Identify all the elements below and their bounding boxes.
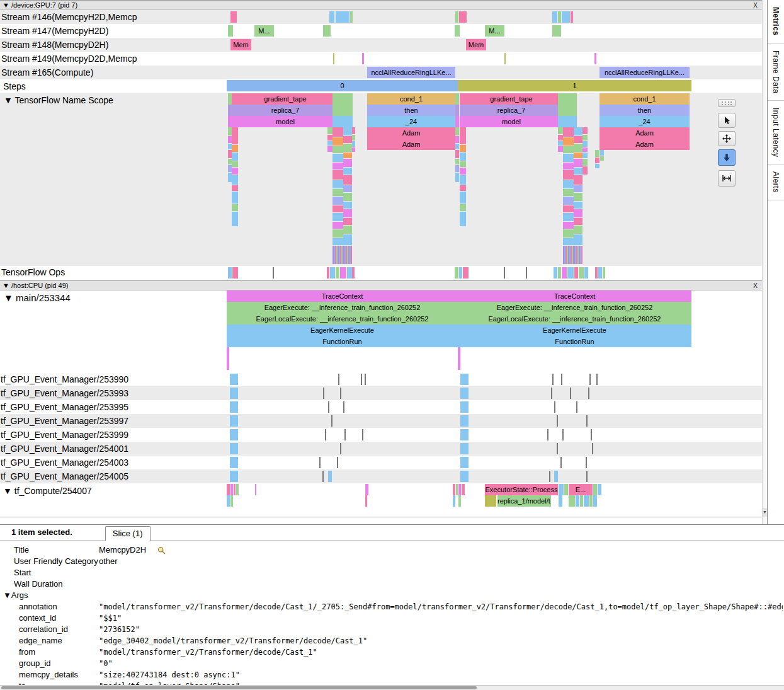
trace-slice[interactable] — [343, 175, 352, 185]
trace-slice[interactable] — [230, 429, 238, 440]
row-label[interactable]: Stream #147(MemcpyH2D) — [0, 24, 155, 38]
trace-slice[interactable] — [327, 141, 332, 146]
trace-slice[interactable] — [460, 388, 469, 399]
trace-slice[interactable] — [455, 144, 459, 149]
trace-slice[interactable] — [574, 159, 582, 167]
trace-slice[interactable] — [332, 197, 343, 205]
trace-slice[interactable] — [571, 11, 573, 23]
trace-slice[interactable] — [332, 137, 343, 146]
trace-slice[interactable] — [230, 388, 238, 399]
trace-slice[interactable] — [558, 93, 577, 105]
trace-slice[interactable] — [361, 374, 362, 385]
trace-slice[interactable] — [563, 189, 574, 196]
trace-slice[interactable] — [458, 347, 460, 359]
trace-slice[interactable] — [230, 484, 233, 495]
trace-slice[interactable] — [330, 267, 335, 279]
trace-slice[interactable] — [574, 136, 582, 143]
trace-slice[interactable] — [352, 127, 355, 134]
horizontal-scrollbar[interactable] — [0, 685, 784, 690]
trace-slice[interactable] — [574, 185, 582, 192]
trace-slice[interactable] — [455, 136, 459, 143]
trace-slice[interactable] — [563, 238, 574, 245]
trace-slice[interactable] — [230, 374, 238, 385]
trace-slice[interactable]: ncclAllReduceRingLLKe... — [599, 67, 690, 78]
trace-slice[interactable] — [343, 401, 344, 413]
trace-slice[interactable] — [230, 457, 238, 468]
trace-slice[interactable] — [598, 267, 602, 279]
trace-slice[interactable] — [582, 135, 588, 141]
trace-slice[interactable]: replica_1/model/t... — [497, 495, 551, 507]
trace-slice[interactable] — [574, 234, 582, 245]
trace-slice[interactable] — [332, 146, 343, 153]
trace-slice[interactable] — [323, 25, 331, 37]
trace-slice[interactable] — [344, 429, 346, 440]
trace-slice[interactable] — [352, 135, 355, 141]
section-header[interactable]: ▼ /host:CPU (pid 49)X — [0, 280, 762, 290]
trace-slice[interactable] — [562, 429, 564, 440]
trace-slice[interactable] — [227, 359, 229, 370]
trace-slice[interactable] — [352, 267, 355, 279]
trace-slice[interactable] — [504, 53, 506, 64]
trace-slice[interactable] — [227, 495, 230, 507]
trace-slice[interactable] — [596, 374, 598, 385]
row-label[interactable]: tf_GPU_Event_Manager/254001 — [0, 442, 155, 456]
trace-slice[interactable] — [455, 159, 459, 164]
trace-slice[interactable] — [557, 443, 558, 454]
trace-slice[interactable] — [459, 267, 462, 279]
trace-slice[interactable] — [460, 175, 466, 185]
trace-slice[interactable] — [576, 495, 579, 507]
trace-slice[interactable] — [562, 267, 567, 279]
trace-slice[interactable] — [228, 25, 233, 37]
trace-slice[interactable] — [455, 267, 458, 279]
trace-slice[interactable]: cond_1 — [367, 93, 455, 105]
trace-slice[interactable] — [343, 127, 352, 135]
trace-slice[interactable] — [236, 484, 239, 495]
trace-slice[interactable] — [558, 11, 561, 23]
trace-slice[interactable] — [598, 484, 601, 495]
trace-slice[interactable] — [460, 116, 465, 127]
trace-slice[interactable] — [232, 161, 238, 167]
trace-slice[interactable] — [343, 209, 352, 217]
trace-slice[interactable] — [526, 267, 527, 279]
trace-slice[interactable] — [554, 401, 555, 413]
trace-slice[interactable] — [558, 105, 577, 116]
row-label[interactable]: Stream #165(Compute) — [0, 66, 155, 79]
trace-slice[interactable]: model — [465, 116, 558, 127]
trace-slice[interactable]: EagerKernelExecute — [227, 325, 458, 336]
trace-slice[interactable] — [552, 25, 561, 37]
trace-slice[interactable] — [455, 105, 459, 116]
trace-slice[interactable]: replica_7 — [465, 105, 558, 116]
trace-slice[interactable] — [230, 471, 238, 482]
trace-slice[interactable]: then — [599, 105, 690, 116]
trace-slice[interactable] — [232, 145, 238, 152]
trace-slice[interactable]: EagerExecute: __inference_train_function… — [227, 302, 458, 313]
trace-slice[interactable] — [323, 388, 324, 399]
row-label[interactable]: Stream #149(MemcpyD2D,Memcp — [0, 52, 155, 66]
horizontal-scroll-thumb[interactable] — [1, 686, 477, 689]
trace-slice[interactable] — [554, 471, 558, 482]
trace-slice[interactable] — [561, 374, 562, 385]
trace-slice[interactable] — [460, 415, 469, 427]
trace-slice[interactable] — [455, 150, 459, 158]
trace-slice[interactable] — [328, 401, 329, 413]
row-label[interactable]: Steps — [0, 79, 155, 93]
trace-slice[interactable] — [332, 154, 343, 162]
trace-slice[interactable] — [327, 267, 329, 279]
trace-slice[interactable] — [352, 141, 355, 147]
trace-slice[interactable] — [576, 401, 577, 413]
trace-slice[interactable] — [563, 197, 574, 205]
trace-slice[interactable] — [332, 238, 343, 245]
trace-slice[interactable] — [460, 192, 466, 204]
trace-slice[interactable] — [460, 152, 466, 161]
trace-slice[interactable] — [595, 267, 598, 279]
trace-slice[interactable]: TraceContext — [227, 290, 458, 302]
trace-slice[interactable] — [332, 213, 343, 221]
trace-slice[interactable]: EagerExecute: __inference_train_function… — [458, 302, 691, 313]
trace-slice[interactable] — [332, 163, 343, 170]
trace-slice[interactable]: EagerLocalExecute: __inference_train_fun… — [227, 313, 458, 325]
trace-slice[interactable] — [574, 246, 582, 264]
trace-slice[interactable]: E... — [569, 484, 593, 495]
trace-slice[interactable] — [563, 163, 574, 170]
trace-slice[interactable] — [325, 429, 326, 440]
trace-slice[interactable] — [343, 234, 352, 245]
